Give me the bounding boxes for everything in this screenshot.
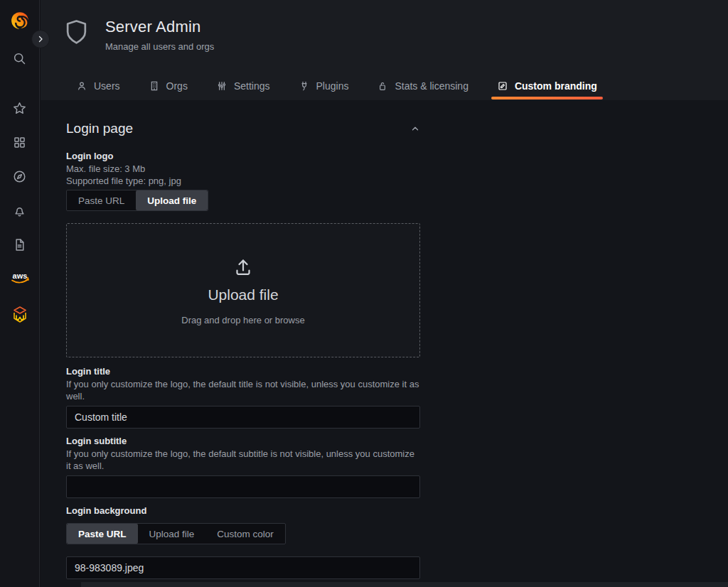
compass-icon[interactable] — [0, 159, 40, 193]
tab-users-label: Users — [94, 80, 120, 92]
login-title-description: If you only customize the logo, the defa… — [66, 378, 420, 402]
login-background-field: Login background Paste URL Upload file C… — [66, 505, 420, 579]
upload-icon — [231, 255, 255, 282]
login-background-source-group: Paste URL Upload file Custom color — [66, 523, 286, 544]
aws-label: aws — [12, 271, 27, 280]
user-icon — [76, 80, 87, 92]
main-content: Login page Login logo Max. file size: 3 … — [41, 100, 728, 587]
page-header: Server Admin Manage all users and orgs U… — [41, 0, 728, 100]
section-divider — [81, 582, 728, 587]
login-title-input[interactable] — [66, 406, 420, 429]
tab-orgs-label: Orgs — [166, 80, 188, 92]
login-subtitle-input[interactable] — [66, 475, 420, 498]
login-logo-upload-file-option[interactable]: Upload file — [136, 190, 208, 210]
login-title-label: Login title — [66, 365, 420, 378]
login-logo-help-size: Max. file size: 3 Mb — [66, 163, 420, 175]
unlock-icon — [377, 80, 388, 92]
login-subtitle-label: Login subtitle — [66, 435, 420, 448]
tab-settings-label: Settings — [234, 80, 270, 92]
dropzone-title: Upload file — [208, 286, 278, 303]
tab-custom-branding-label: Custom branding — [515, 80, 597, 92]
collapse-section-button[interactable] — [410, 124, 420, 134]
edit-icon — [497, 80, 508, 92]
login-background-custom-color-option[interactable]: Custom color — [205, 524, 285, 544]
login-subtitle-field: Login subtitle If you only customize the… — [66, 435, 420, 498]
building-icon — [149, 80, 160, 92]
tab-settings[interactable]: Settings — [209, 75, 277, 100]
login-title-field: Login title If you only customize the lo… — [66, 365, 420, 429]
sidebar: aws — [0, 0, 40, 587]
page-title: Server Admin — [105, 18, 214, 36]
sliders-icon — [216, 80, 228, 92]
login-logo-paste-url-option[interactable]: Paste URL — [67, 190, 136, 210]
login-subtitle-description: If you only customize the logo, the defa… — [66, 448, 420, 472]
document-icon[interactable] — [0, 227, 40, 262]
search-icon[interactable] — [0, 41, 40, 75]
tab-stats-licensing-label: Stats & licensing — [395, 80, 469, 92]
plug-icon — [299, 80, 310, 92]
tab-custom-branding[interactable]: Custom branding — [490, 75, 604, 100]
workspace-cube-icon[interactable] — [0, 298, 40, 333]
login-logo-field: Login logo Max. file size: 3 Mb Supporte… — [66, 150, 420, 211]
login-background-url-input[interactable] — [66, 556, 420, 579]
tab-plugins-label: Plugins — [316, 80, 349, 92]
tab-stats-licensing[interactable]: Stats & licensing — [370, 75, 476, 100]
login-background-upload-file-option[interactable]: Upload file — [138, 524, 206, 544]
star-icon[interactable] — [0, 91, 40, 125]
tab-users[interactable]: Users — [69, 75, 127, 100]
tab-plugins[interactable]: Plugins — [291, 75, 356, 100]
tab-bar: Users Orgs Settings — [69, 75, 604, 100]
shield-icon — [65, 19, 88, 48]
login-background-label: Login background — [66, 505, 420, 517]
login-logo-label: Login logo — [66, 150, 420, 163]
login-background-paste-url-option[interactable]: Paste URL — [67, 524, 138, 544]
page-subtitle: Manage all users and orgs — [105, 41, 214, 52]
bell-icon[interactable] — [0, 193, 40, 227]
login-page-section-header: Login page — [66, 119, 420, 138]
dropzone-hint: Drag and drop here or browse — [181, 315, 304, 325]
login-logo-source-group: Paste URL Upload file — [66, 190, 208, 211]
sidebar-expand-button[interactable] — [31, 30, 50, 48]
upload-dropzone[interactable]: Upload file Drag and drop here or browse — [66, 223, 420, 357]
section-title: Login page — [66, 121, 133, 136]
apps-grid-icon[interactable] — [0, 125, 40, 159]
login-logo-help-type: Supported file type: png, jpg — [66, 175, 420, 187]
aws-icon[interactable]: aws — [0, 262, 40, 296]
tab-orgs[interactable]: Orgs — [141, 75, 195, 100]
